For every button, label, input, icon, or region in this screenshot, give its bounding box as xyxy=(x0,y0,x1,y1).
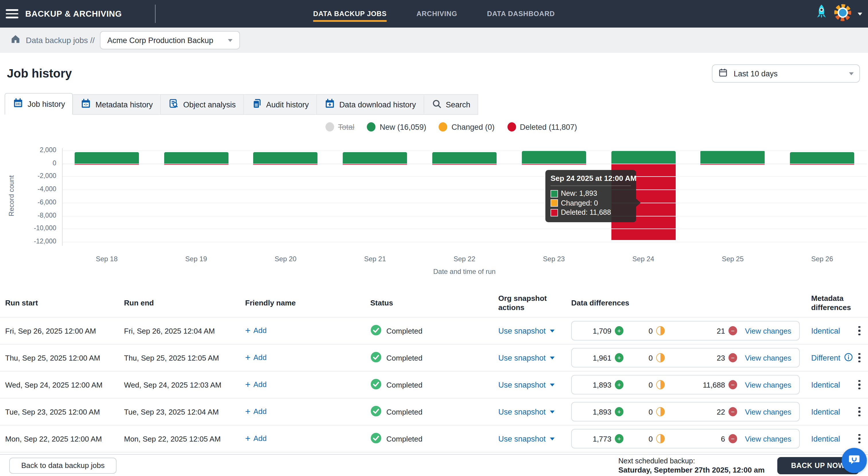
row-menu-kebab[interactable] xyxy=(855,378,864,392)
next-backup-label: Next scheduled backup: xyxy=(618,457,695,465)
y-axis-line xyxy=(62,148,63,246)
tab-job-history[interactable]: 101 Job history xyxy=(5,93,73,115)
view-changes-link[interactable]: View changes xyxy=(737,380,799,389)
new-bar xyxy=(432,152,497,163)
bar-group[interactable] xyxy=(152,139,241,254)
row-menu-kebab[interactable] xyxy=(855,432,864,446)
legend-item[interactable]: Deleted (11,807) xyxy=(507,122,577,131)
row-menu-kebab[interactable] xyxy=(855,324,864,338)
gridline xyxy=(62,177,867,177)
nav-tab-data-backup-jobs[interactable]: DATA BACKUP JOBS xyxy=(313,6,386,22)
date-range-value: Last 10 days xyxy=(734,69,843,78)
job-selector-dropdown[interactable]: Acme Corp Production Backup xyxy=(100,31,240,49)
table-row: Tue, Sep 23, 2025 12:00 AM Tue, Sep 23, … xyxy=(0,398,868,425)
gridline xyxy=(62,216,867,216)
deleted-minus-badge: − xyxy=(728,434,737,443)
y-tick-label: 2,000 xyxy=(0,146,56,153)
view-changes-link[interactable]: View changes xyxy=(737,326,799,335)
user-menu-caret-icon[interactable] xyxy=(858,12,862,15)
use-snapshot-dropdown[interactable]: Use snapshot xyxy=(498,407,554,416)
date-range-dropdown[interactable]: Last 10 days xyxy=(712,64,860,83)
bar-group[interactable] xyxy=(241,139,330,254)
tooltip-text: Deleted: 11,688 xyxy=(561,208,611,217)
col-data-differences: Data differences xyxy=(571,299,811,308)
metadata-differences-link[interactable]: Identical xyxy=(811,326,840,335)
bar-group[interactable] xyxy=(330,139,420,254)
breadcrumb-section[interactable]: Data backup jobs // xyxy=(26,36,95,45)
add-friendly-name-button[interactable]: +Add xyxy=(245,407,267,416)
x-tick-label: Sep 25 xyxy=(688,255,778,265)
x-tick-label: Sep 20 xyxy=(241,255,330,265)
back-to-jobs-button[interactable]: Back to data backup jobs xyxy=(9,457,117,473)
deleted-bar xyxy=(74,164,139,165)
run-end-cell: Mon, Sep 22, 2025 12:05 AM xyxy=(124,435,245,443)
new-bar xyxy=(790,152,854,163)
copy-files-icon xyxy=(251,98,262,111)
chat-widget-button[interactable] xyxy=(842,448,867,473)
home-icon[interactable] xyxy=(10,34,21,47)
legend-item[interactable]: New (16,059) xyxy=(367,122,426,131)
y-tick-label: 0 xyxy=(0,159,56,166)
app-title: BACKUP & ARCHIVING xyxy=(25,9,122,19)
tab-audit-history[interactable]: Audit history xyxy=(244,94,317,115)
completed-check-icon xyxy=(370,351,382,364)
row-menu-kebab[interactable] xyxy=(855,351,864,365)
data-differences-box: 1,961+ 0 23− View changes xyxy=(571,348,800,367)
nav-tab-archiving[interactable]: ARCHIVING xyxy=(416,6,457,22)
x-tick-label: Sep 26 xyxy=(778,255,867,265)
completed-check-icon xyxy=(370,405,382,418)
use-snapshot-dropdown[interactable]: Use snapshot xyxy=(498,435,554,443)
col-friendly-name: Friendly name xyxy=(245,299,370,308)
bar-group[interactable] xyxy=(778,139,867,254)
settings-gear-logo[interactable] xyxy=(834,3,852,24)
add-friendly-name-button[interactable]: +Add xyxy=(245,435,267,443)
row-menu-kebab[interactable] xyxy=(855,405,864,419)
bar-group[interactable] xyxy=(62,139,152,254)
metadata-differences-link[interactable]: Different xyxy=(811,353,840,362)
bar-group[interactable] xyxy=(688,139,778,254)
breadcrumb: Data backup jobs // Acme Corp Production… xyxy=(0,28,868,53)
tab-data-download-history[interactable]: Data download history xyxy=(317,94,424,115)
gridline xyxy=(62,150,867,151)
nav-tab-data-dashboard[interactable]: DATA DASHBOARD xyxy=(487,6,555,22)
deleted-count: 6 xyxy=(721,435,725,443)
changed-badge xyxy=(656,380,665,389)
use-snapshot-dropdown[interactable]: Use snapshot xyxy=(498,380,554,389)
new-plus-badge: + xyxy=(615,380,623,389)
changed-badge xyxy=(656,326,665,335)
add-friendly-name-button[interactable]: +Add xyxy=(245,326,267,335)
tooltip-swatch xyxy=(551,190,558,198)
legend-item[interactable]: Changed (0) xyxy=(439,122,495,131)
tab-search[interactable]: Search xyxy=(424,94,478,115)
tooltip-item: Changed: 0 xyxy=(551,198,631,208)
job-history-table: Run start Run end Friendly name Status O… xyxy=(0,289,868,458)
tooltip-swatch xyxy=(551,209,558,216)
use-snapshot-dropdown[interactable]: Use snapshot xyxy=(498,353,554,362)
deleted-minus-badge: − xyxy=(728,353,737,362)
x-tick-label: Sep 24 xyxy=(598,255,688,265)
view-changes-link[interactable]: View changes xyxy=(737,435,799,443)
hamburger-menu-icon[interactable] xyxy=(6,9,19,19)
bar-group[interactable] xyxy=(420,139,509,254)
run-end-cell: Thu, Sep 25, 2025 12:05 AM xyxy=(124,353,245,362)
metadata-differences-link[interactable]: Identical xyxy=(811,407,840,416)
y-tick-label: -10,000 xyxy=(0,225,56,231)
view-changes-link[interactable]: View changes xyxy=(737,353,799,362)
add-friendly-name-button[interactable]: +Add xyxy=(245,380,267,389)
add-friendly-name-button[interactable]: +Add xyxy=(245,353,267,362)
tab-object-analysis[interactable]: Object analysis xyxy=(161,94,244,115)
job-selector-caret-icon xyxy=(228,39,233,41)
tooltip-title: Sep 24 2025 at 12:00 AM xyxy=(551,174,631,186)
deleted-bar xyxy=(432,164,497,165)
col-status: Status xyxy=(370,299,498,308)
rocket-icon[interactable] xyxy=(815,4,828,24)
tab-metadata-history[interactable]: <> Metadata history xyxy=(73,94,161,115)
col-org-snapshot-actions: Org snapshot actions xyxy=(498,294,571,313)
legend-item[interactable]: Total xyxy=(326,122,354,131)
metadata-differences-link[interactable]: Identical xyxy=(811,380,840,389)
new-count: 1,773 xyxy=(593,435,611,443)
view-changes-link[interactable]: View changes xyxy=(737,407,799,416)
info-icon[interactable] xyxy=(844,352,853,363)
metadata-differences-link[interactable]: Identical xyxy=(811,435,840,443)
use-snapshot-dropdown[interactable]: Use snapshot xyxy=(498,326,554,335)
